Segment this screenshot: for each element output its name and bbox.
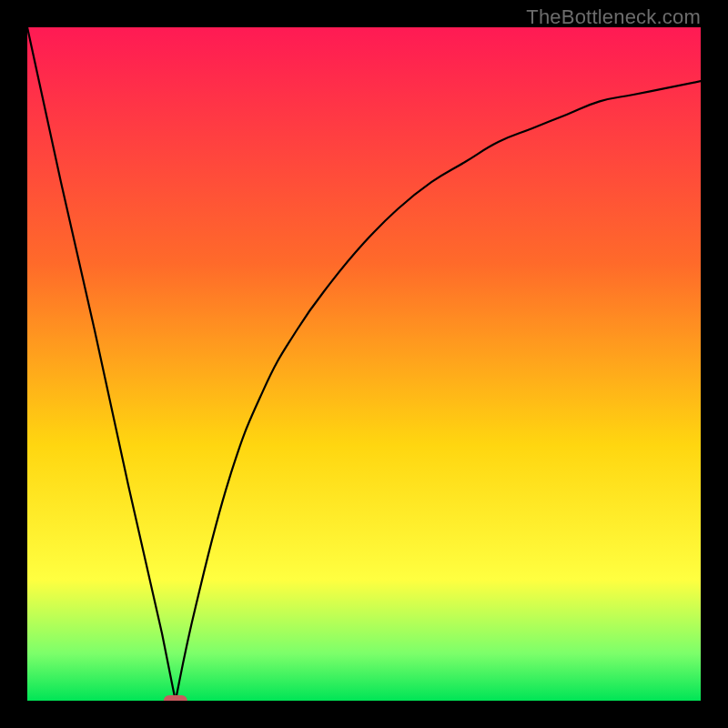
- minimum-marker: [164, 695, 187, 701]
- attribution-label: TheBottleneck.com: [526, 5, 701, 29]
- gradient-background: [27, 27, 701, 701]
- plot-area: [27, 27, 701, 701]
- chart-frame: TheBottleneck.com: [0, 0, 728, 728]
